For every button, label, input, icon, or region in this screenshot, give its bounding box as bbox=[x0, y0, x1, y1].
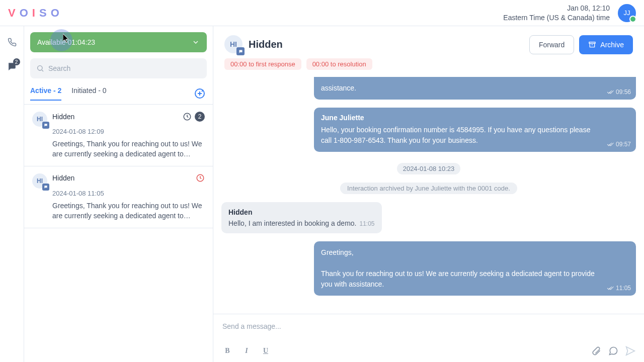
message-time: 11:05 bbox=[359, 220, 374, 227]
message-out: Greetings, Thank you for reaching out to… bbox=[314, 241, 636, 296]
tab-active[interactable]: Active - 2 bbox=[30, 86, 61, 101]
conversation-name: Hidden bbox=[52, 113, 74, 121]
conversation-item[interactable]: HI Hidden 2024-01-08 11:05 Greetings, Th… bbox=[24, 166, 213, 228]
status-dropdown[interactable]: Available 01:04:23 bbox=[30, 32, 207, 52]
datetime-label: Jan 08, 12:10 bbox=[503, 4, 610, 13]
main-panel: HI Hidden 00:00 to first response 00:00 … bbox=[213, 26, 644, 362]
composer: B I U bbox=[213, 314, 644, 362]
search-box[interactable] bbox=[30, 58, 207, 78]
system-note: Interaction archived by June Juliette wi… bbox=[340, 183, 517, 194]
top-bar: VOISO Jan 08, 12:10 Eastern Time (US & C… bbox=[0, 0, 644, 26]
svg-line-1 bbox=[42, 70, 43, 71]
archive-icon bbox=[588, 41, 596, 49]
sidebar: Available 01:04:23 Active - 2 Initiated … bbox=[24, 26, 213, 362]
status-timer: 01:04:23 bbox=[67, 38, 95, 46]
message-out: assistance. 09:56 bbox=[314, 77, 636, 100]
time-info: Jan 08, 12:10 Eastern Time (US & Canada)… bbox=[503, 4, 610, 22]
channel-chat-icon bbox=[42, 122, 49, 129]
chats-badge: 2 bbox=[13, 58, 20, 65]
clock-icon bbox=[196, 173, 205, 183]
channel-chat-icon bbox=[236, 47, 245, 55]
forward-button[interactable]: Forward bbox=[529, 35, 574, 54]
underline-button[interactable]: U bbox=[260, 345, 272, 357]
conversation-timestamp: 2024-01-08 12:09 bbox=[52, 128, 205, 135]
alert-resolution: 00:00 to resolution bbox=[306, 58, 372, 70]
avatar: HI bbox=[32, 173, 47, 189]
conversation-list: HI Hidden 2 2024-01-08 12:09 Greetings, … bbox=[24, 105, 213, 228]
svg-rect-7 bbox=[589, 42, 595, 44]
message-sender: Hidden bbox=[228, 208, 375, 216]
avatar: HI bbox=[32, 112, 47, 127]
timezone-label: Eastern Time (US & Canada) time bbox=[503, 13, 610, 22]
status-label: Available bbox=[37, 38, 66, 46]
message-in: Hidden Hello, I am interested in booking… bbox=[221, 202, 382, 233]
user-avatar[interactable]: JJ bbox=[618, 4, 636, 22]
tabs-row: Active - 2 Initiated - 0 bbox=[24, 82, 213, 105]
message-sender: June Juliette bbox=[321, 114, 629, 122]
conversation-name: Hidden bbox=[52, 174, 74, 182]
left-rail: 2 bbox=[0, 26, 24, 362]
italic-button[interactable]: I bbox=[240, 345, 253, 357]
main-header: HI Hidden 00:00 to first response 00:00 … bbox=[213, 26, 644, 77]
conversation-preview: Greetings, Thank you for reaching out to… bbox=[52, 201, 205, 221]
date-separator: 2024-01-08 10:23 bbox=[397, 163, 461, 174]
contact-avatar: HI bbox=[224, 35, 243, 53]
logo: VOISO bbox=[8, 7, 63, 20]
message-out: June Juliette Hello, your booking confir… bbox=[314, 108, 636, 152]
svg-marker-9 bbox=[626, 347, 635, 355]
message-list[interactable]: assistance. 09:56 June Juliette Hello, y… bbox=[213, 77, 644, 314]
send-button[interactable] bbox=[625, 345, 636, 356]
bold-button[interactable]: B bbox=[221, 345, 233, 357]
conversation-item[interactable]: HI Hidden 2 2024-01-08 12:09 Greetings, … bbox=[24, 105, 213, 166]
delivered-icon bbox=[607, 88, 614, 96]
archive-button[interactable]: Archive bbox=[579, 35, 633, 54]
search-input[interactable] bbox=[48, 64, 201, 72]
conversation-preview: Greetings, Thank you for reaching out to… bbox=[52, 139, 205, 159]
chevron-down-icon bbox=[192, 38, 200, 46]
channel-chat-icon bbox=[42, 184, 49, 191]
composer-toolbar: B I U bbox=[213, 343, 644, 362]
clock-icon bbox=[183, 112, 192, 121]
phone-icon[interactable] bbox=[6, 36, 18, 48]
svg-point-0 bbox=[38, 66, 42, 70]
unread-badge: 2 bbox=[195, 112, 205, 122]
compose-button[interactable] bbox=[193, 86, 207, 101]
alert-first-response: 00:00 to first response bbox=[224, 58, 301, 70]
canned-response-icon[interactable] bbox=[608, 345, 619, 356]
message-input[interactable] bbox=[213, 314, 644, 341]
contact-name: Hidden bbox=[249, 39, 283, 50]
delivered-icon bbox=[607, 285, 614, 292]
chats-icon[interactable]: 2 bbox=[6, 60, 18, 72]
delivered-icon bbox=[607, 141, 614, 148]
conversation-timestamp: 2024-01-08 11:05 bbox=[52, 190, 205, 197]
attachment-icon[interactable] bbox=[591, 345, 602, 356]
search-icon bbox=[36, 64, 44, 72]
tab-initiated[interactable]: Initiated - 0 bbox=[71, 86, 106, 101]
